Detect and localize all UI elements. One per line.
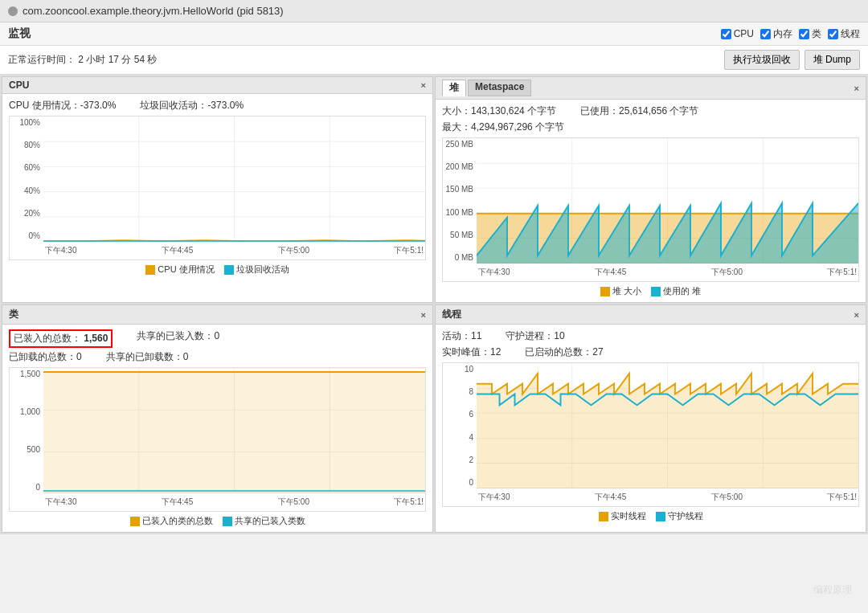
heap-legend-used-dot	[651, 287, 661, 296]
heap-legend-used: 使用的 堆	[651, 285, 701, 297]
thread-checkbox[interactable]	[828, 29, 838, 39]
monitor-label: 监视	[8, 27, 31, 41]
heap-svg	[477, 138, 858, 264]
cpu-panel-close[interactable]: ×	[421, 80, 426, 90]
heap-legend-size-label: 堆 大小	[612, 285, 641, 297]
thread-stats-row2: 实时峰值：12 已启动的总数：27	[442, 345, 859, 359]
class-svg	[43, 368, 425, 493]
thread-legend-live-dot	[599, 512, 608, 521]
heap-x-axis: 下午4:30 下午4:45 下午5:00 下午5:1!	[477, 264, 858, 281]
cpu-legend-usage-label: CPU 使用情况	[158, 264, 214, 276]
class-checkbox-label[interactable]: 类	[799, 27, 821, 41]
thread-panel-body: 活动：11 守护进程：10 实时峰值：12 已启动的总数：27 10 8 6 4…	[436, 325, 866, 527]
class-legend: 已装入的类的总数 共享的已装入类数	[9, 515, 426, 527]
class-loaded-highlight: 已装入的总数： 1,560	[9, 329, 113, 348]
class-stats-row1: 已装入的总数： 1,560 共享的已装入数：0	[9, 329, 426, 348]
class-stats-row2: 已卸载的总数：0 共享的已卸载数：0	[9, 350, 426, 364]
heap-max-stat: 最大：4,294,967,296 个字节	[442, 121, 564, 134]
thread-svg	[477, 363, 858, 488]
thread-legend-daemon: 守护线程	[656, 510, 703, 522]
action-buttons: 执行垃圾回收 堆 Dump	[724, 50, 860, 70]
cpu-x-axis: 下午4:30 下午4:45 下午5:00 下午5:1!	[43, 242, 425, 260]
heap-panel: 堆 Metaspace × 大小：143,130,624 个字节 已使用：25,…	[435, 76, 866, 303]
svg-marker-27	[43, 372, 425, 493]
cpu-legend: CPU 使用情况 垃圾回收活动	[9, 264, 426, 276]
thread-chart-area	[477, 363, 858, 488]
class-loaded-total: 已装入的总数： 1,560	[9, 329, 113, 348]
cpu-checkbox-text: CPU	[734, 28, 754, 39]
cpu-y-axis: 100% 80% 60% 40% 20% 0%	[10, 116, 43, 242]
heap-legend-size-dot	[600, 287, 610, 296]
heap-legend-size: 堆 大小	[600, 285, 641, 297]
thread-legend-live-label: 实时线程	[611, 510, 646, 522]
memory-checkbox[interactable]	[760, 29, 771, 39]
class-legend-shared-label: 共享的已装入类数	[235, 515, 305, 527]
window-title: com.zooncool.example.theory.jvm.HelloWor…	[23, 5, 284, 17]
class-legend-loaded-dot	[130, 517, 140, 526]
cpu-legend-usage: CPU 使用情况	[145, 264, 214, 276]
cpu-chart-area	[43, 116, 425, 242]
class-checkbox[interactable]	[799, 29, 809, 39]
cpu-legend-usage-dot	[145, 265, 155, 275]
class-panel-title: 类	[9, 308, 18, 321]
dump-button[interactable]: 堆 Dump	[805, 50, 860, 70]
gc-button[interactable]: 执行垃圾回收	[724, 50, 800, 70]
class-y-axis: 1,500 1,000 500 0	[10, 368, 43, 493]
heap-stats-row2: 最大：4,294,967,296 个字节	[442, 121, 859, 134]
class-legend-shared: 共享的已装入类数	[223, 515, 305, 527]
monitor-controls: CPU 内存 类 线程	[721, 27, 860, 41]
memory-checkbox-label[interactable]: 内存	[760, 27, 792, 41]
thread-peak: 实时峰值：12	[442, 345, 501, 359]
metaspace-tab[interactable]: Metaspace	[468, 80, 531, 96]
cpu-legend-gc-label: 垃圾回收活动	[236, 264, 289, 276]
thread-panel-header: 线程 ×	[436, 305, 866, 325]
cpu-chart: 100% 80% 60% 40% 20% 0%	[9, 116, 426, 260]
class-legend-shared-dot	[223, 517, 232, 526]
cpu-gc-stat: 垃圾回收活动：-373.0%	[140, 99, 244, 112]
thread-legend: 实时线程 守护线程	[442, 510, 859, 522]
heap-chart: 250 MB 200 MB 150 MB 100 MB 50 MB 0 MB	[442, 137, 859, 282]
title-bar: com.zooncool.example.theory.jvm.HelloWor…	[0, 0, 868, 22]
main-grid: CPU × CPU 使用情况：-373.0% 垃圾回收活动：-373.0% 10…	[0, 75, 868, 534]
heap-panel-close[interactable]: ×	[854, 84, 859, 93]
thread-legend-live: 实时线程	[599, 510, 646, 522]
heap-stats-row1: 大小：143,130,624 个字节 已使用：25,614,656 个字节	[442, 104, 859, 118]
cpu-panel: CPU × CPU 使用情况：-373.0% 垃圾回收活动：-373.0% 10…	[2, 76, 433, 303]
cpu-checkbox[interactable]	[721, 29, 731, 39]
uptime-label: 正常运行时间：	[8, 54, 76, 65]
heap-panel-body: 大小：143,130,624 个字节 已使用：25,614,656 个字节 最大…	[436, 100, 866, 302]
thread-panel-close[interactable]: ×	[854, 310, 859, 320]
thread-chart: 10 8 6 4 2 0	[442, 362, 859, 507]
memory-checkbox-text: 内存	[773, 27, 792, 41]
heap-chart-area	[477, 138, 858, 264]
thread-checkbox-text: 线程	[841, 27, 860, 41]
heap-legend: 堆 大小 使用的 堆	[442, 285, 859, 297]
class-panel-body: 已装入的总数： 1,560 共享的已装入数：0 已卸载的总数：0 共享的已卸载数…	[2, 325, 432, 532]
cpu-svg	[43, 116, 425, 242]
cpu-usage-stat: CPU 使用情况：-373.0%	[9, 99, 116, 112]
heap-legend-used-label: 使用的 堆	[663, 285, 701, 297]
class-legend-loaded-label: 已装入的类的总数	[142, 515, 213, 527]
class-panel-header: 类 ×	[2, 305, 432, 325]
cpu-checkbox-label[interactable]: CPU	[721, 28, 754, 39]
heap-size-stat: 大小：143,130,624 个字节	[442, 104, 556, 118]
thread-stats-row1: 活动：11 守护进程：10	[442, 329, 859, 343]
svg-marker-39	[477, 374, 858, 488]
cpu-panel-body: CPU 使用情况：-373.0% 垃圾回收活动：-373.0% 100% 80%…	[2, 94, 432, 280]
heap-panel-header: 堆 Metaspace ×	[436, 77, 866, 100]
uptime-bar: 正常运行时间： 2 小时 17 分 54 秒 执行垃圾回收 堆 Dump	[0, 46, 868, 75]
class-x-axis: 下午4:30 下午4:45 下午5:00 下午5:1!	[43, 493, 425, 511]
class-chart-area	[43, 368, 425, 493]
class-panel-close[interactable]: ×	[421, 310, 426, 320]
class-checkbox-text: 类	[812, 27, 821, 41]
thread-active: 活动：11	[442, 329, 481, 343]
heap-tab[interactable]: 堆	[442, 80, 466, 96]
thread-legend-daemon-dot	[656, 512, 665, 521]
thread-daemon: 守护进程：10	[506, 329, 564, 343]
thread-checkbox-label[interactable]: 线程	[828, 27, 860, 41]
thread-started: 已启动的总数：27	[525, 345, 603, 359]
cpu-stats-row: CPU 使用情况：-373.0% 垃圾回收活动：-373.0%	[9, 99, 426, 112]
heap-tabs: 堆 Metaspace	[442, 80, 531, 96]
thread-panel-title: 线程	[442, 308, 461, 321]
cpu-panel-header: CPU ×	[2, 77, 432, 94]
